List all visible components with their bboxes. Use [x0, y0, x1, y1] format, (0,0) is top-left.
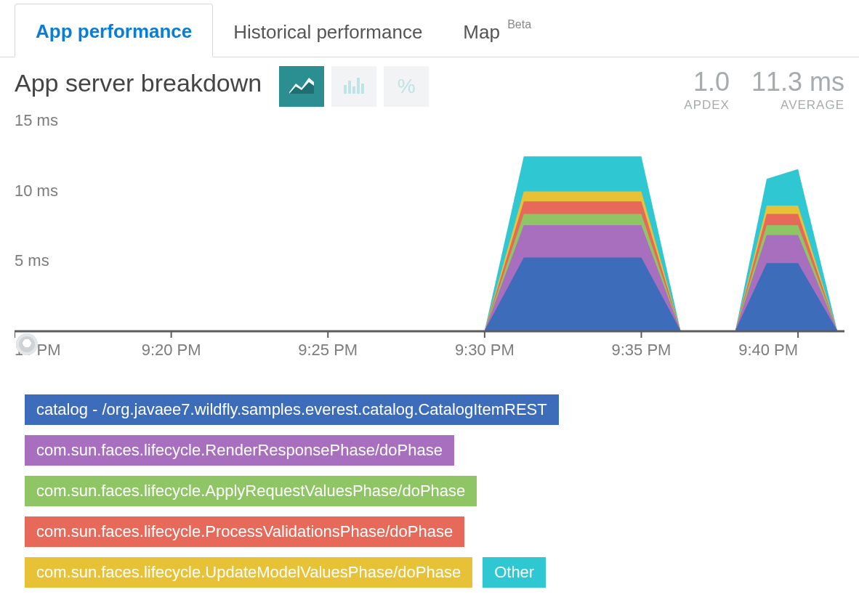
page-title: App server breakdown — [15, 69, 262, 97]
apdex-value: 1.0 — [684, 69, 730, 95]
breakdown-area-chart[interactable]: 15 ms10 ms5 ms15 PM9:20 PM9:25 PM9:30 PM… — [15, 113, 844, 374]
view-bar-button[interactable] — [331, 66, 376, 107]
legend-item-apply-request[interactable]: com.sun.faces.lifecycle.ApplyRequestValu… — [25, 476, 477, 506]
y-axis-tick: 15 ms — [15, 113, 58, 129]
legend-item-update-model[interactable]: com.sun.faces.lifecycle.UpdateModelValue… — [25, 557, 472, 588]
svg-rect-2 — [352, 86, 355, 94]
svg-rect-1 — [348, 81, 351, 94]
tabs-bar: App performance Historical performance M… — [0, 0, 859, 57]
area-chart-icon — [287, 70, 316, 102]
area-series — [15, 201, 837, 331]
area-series — [15, 257, 837, 331]
average-metric: 11.3 ms AVERAGE — [751, 69, 844, 113]
apdex-label: APDEX — [684, 98, 730, 113]
area-series — [15, 214, 837, 331]
metrics: 1.0 APDEX 11.3 ms AVERAGE — [684, 69, 844, 113]
y-axis-tick: 10 ms — [15, 182, 58, 200]
bar-chart-icon — [339, 70, 368, 102]
y-axis-tick: 5 ms — [15, 251, 49, 270]
x-axis-tick: 9:35 PM — [612, 341, 672, 359]
tab-historical-performance[interactable]: Historical performance — [213, 5, 443, 57]
x-axis-tick: 9:40 PM — [738, 341, 798, 359]
svg-rect-4 — [361, 84, 364, 94]
average-value: 11.3 ms — [751, 69, 844, 95]
view-toggle-group: % — [279, 66, 429, 107]
chart-container: 15 ms10 ms5 ms15 PM9:20 PM9:25 PM9:30 PM… — [15, 113, 844, 374]
tab-app-performance[interactable]: App performance — [15, 4, 213, 57]
apdex-metric: 1.0 APDEX — [684, 69, 730, 113]
svg-rect-3 — [357, 78, 360, 94]
area-series — [15, 192, 837, 331]
average-label: AVERAGE — [751, 98, 844, 113]
area-series — [15, 156, 837, 331]
legend-item-render-response[interactable]: com.sun.faces.lifecycle.RenderResponsePh… — [25, 435, 454, 466]
view-area-button[interactable] — [279, 66, 324, 107]
view-percent-button[interactable]: % — [384, 66, 429, 107]
x-axis-tick: 9:25 PM — [298, 341, 358, 359]
beta-badge: Beta — [507, 18, 531, 31]
tab-map[interactable]: Map Beta — [443, 5, 549, 57]
legend-item-process-validations[interactable]: com.sun.faces.lifecycle.ProcessValidatio… — [25, 516, 464, 547]
x-axis-tick: 9:30 PM — [455, 341, 515, 359]
legend: catalog - /org.javaee7.wildfly.samples.e… — [0, 374, 859, 588]
timeline-slider-handle[interactable] — [16, 333, 38, 355]
tab-map-label: Map — [463, 21, 500, 43]
legend-item-other[interactable]: Other — [483, 557, 546, 588]
area-series — [15, 225, 837, 331]
legend-item-catalog[interactable]: catalog - /org.javaee7.wildfly.samples.e… — [25, 394, 559, 425]
section-header: App server breakdown % 1.0 APDEX 11.3 ms… — [0, 57, 859, 113]
percent-icon: % — [398, 75, 416, 98]
svg-rect-0 — [344, 85, 347, 94]
x-axis-tick: 9:20 PM — [142, 341, 201, 359]
